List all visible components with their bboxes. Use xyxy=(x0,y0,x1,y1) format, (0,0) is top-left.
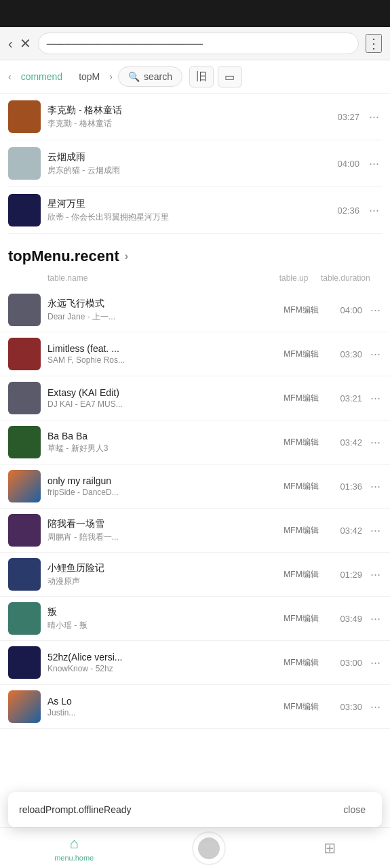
recent-more-button[interactable]: ··· xyxy=(369,391,382,406)
recent-artist: KnowKnow - 52hz xyxy=(47,664,267,673)
nav-tab-left-arrow[interactable]: ‹ xyxy=(8,71,12,82)
browser-back-button[interactable]: ‹ xyxy=(8,37,13,50)
recent-info: 小鲤鱼历险记 动漫原声 xyxy=(47,562,267,587)
recent-artist: 晴小瑶 - 叛 xyxy=(47,620,267,631)
song-item[interactable]: 星河万里 欣蒂 - 你会长出羽翼拥抱星河万里 02:36 ··· xyxy=(8,187,382,234)
recent-song-item[interactable]: 52hz(Alice versi... KnowKnow - 52hz MFM编… xyxy=(0,641,390,685)
song-thumbnail xyxy=(8,147,41,180)
recent-song-item[interactable]: 陪我看一场雪 周鹏宵 - 陪我看一... MFM编辑 03:42 ··· xyxy=(0,509,390,553)
bottom-nav: ⌂ menu.home ⊞ xyxy=(0,827,390,868)
search-label: search xyxy=(144,71,172,82)
nav-tabs: ‹ commend topM › 🔍 search 旧 ▭ xyxy=(0,60,390,94)
recent-song-item[interactable]: As Lo Justin... MFM编辑 03:30 ··· xyxy=(0,685,390,729)
recent-more-button[interactable]: ··· xyxy=(369,612,382,626)
nav-tab-topm[interactable]: topM xyxy=(72,67,106,86)
bottom-nav-center-icon xyxy=(198,837,220,859)
recent-duration: 03:42 xyxy=(335,437,362,448)
home-label: menu.home xyxy=(54,854,94,862)
song-title: 云烟成雨 xyxy=(47,151,330,163)
recent-song-item[interactable]: 永远飞行模式 Dear Jane - 上一... MFM编辑 04:00 ··· xyxy=(0,288,390,332)
toast-message: reloadPrompt.offlineReady xyxy=(19,804,331,815)
recent-info: Limitless (feat. ... SAM F, Sophie Ros..… xyxy=(47,343,267,365)
recent-song-list: 永远飞行模式 Dear Jane - 上一... MFM编辑 04:00 ···… xyxy=(0,288,390,729)
song-title: 李克勤 - 格林童话 xyxy=(47,104,330,117)
recent-uploader: MFM编辑 xyxy=(274,481,328,492)
recent-duration: 03:30 xyxy=(335,349,362,359)
recent-duration: 03:30 xyxy=(335,702,362,712)
recent-more-button[interactable]: ··· xyxy=(369,347,382,361)
view-buttons: 旧 ▭ xyxy=(189,66,242,87)
recent-song-item[interactable]: Limitless (feat. ... SAM F, Sophie Ros..… xyxy=(0,332,390,376)
view-btn-old[interactable]: 旧 xyxy=(189,66,214,87)
recent-song-item[interactable]: 叛 晴小瑶 - 叛 MFM编辑 03:49 ··· xyxy=(0,597,390,641)
song-more-button[interactable]: ··· xyxy=(366,203,382,218)
recent-more-button[interactable]: ··· xyxy=(369,303,382,317)
browser-chrome: ‹ ✕ ───────────────────────── ⋮ xyxy=(0,27,390,60)
recent-song-item[interactable]: Ba Ba Ba 草蜢 - 新好男人3 MFM编辑 03:42 ··· xyxy=(0,420,390,465)
recent-more-button[interactable]: ··· xyxy=(369,656,382,670)
browser-url-text: ───────────────────────── xyxy=(47,39,350,49)
recent-duration: 01:36 xyxy=(335,481,362,492)
recent-duration: 03:21 xyxy=(335,393,362,403)
browser-close-button[interactable]: ✕ xyxy=(20,37,31,50)
song-artist: 欣蒂 - 你会长出羽翼拥抱星河万里 xyxy=(47,212,330,223)
recent-thumbnail xyxy=(8,338,41,370)
recent-info: 52hz(Alice versi... KnowKnow - 52hz xyxy=(47,652,267,673)
recent-section-arrow[interactable]: › xyxy=(125,250,128,262)
recent-info: 永远飞行模式 Dear Jane - 上一... xyxy=(47,298,267,323)
recent-more-button[interactable]: ··· xyxy=(369,479,382,494)
recent-artist: 周鹏宵 - 陪我看一... xyxy=(47,532,267,543)
recent-duration: 01:29 xyxy=(335,570,362,580)
song-more-button[interactable]: ··· xyxy=(366,110,382,124)
recent-title: 陪我看一场雪 xyxy=(47,518,267,530)
nav-tab-right-arrow[interactable]: › xyxy=(109,71,113,82)
recent-song-item[interactable]: only my railgun fripSide - DanceD... MFM… xyxy=(0,465,390,509)
recent-artist: fripSide - DanceD... xyxy=(47,488,267,497)
search-icon: 🔍 xyxy=(128,71,140,82)
recent-duration: 03:00 xyxy=(335,658,362,668)
song-item[interactable]: 李克勤 - 格林童话 李克勤 - 格林童话 03:27 ··· xyxy=(8,94,382,140)
recent-title: As Lo xyxy=(47,696,267,707)
recent-song-item[interactable]: 小鲤鱼历险记 动漫原声 MFM编辑 01:29 ··· xyxy=(0,553,390,597)
search-button[interactable]: 🔍 search xyxy=(118,66,182,87)
recent-more-button[interactable]: ··· xyxy=(369,568,382,582)
recent-uploader: MFM编辑 xyxy=(274,437,328,448)
song-artist: 李克勤 - 格林童话 xyxy=(47,118,330,130)
recent-song-item[interactable]: Extasy (KAI Edit) DJ KAI - EA7 MUS... MF… xyxy=(0,376,390,420)
toast-close-button[interactable]: close xyxy=(338,802,371,818)
recent-info: 陪我看一场雪 周鹏宵 - 陪我看一... xyxy=(47,518,267,543)
recent-more-button[interactable]: ··· xyxy=(369,524,382,538)
song-info: 星河万里 欣蒂 - 你会长出羽翼拥抱星河万里 xyxy=(47,198,330,223)
recent-thumbnail xyxy=(8,602,41,635)
nav-tab-commend[interactable]: commend xyxy=(14,67,69,86)
recent-uploader: MFM编辑 xyxy=(274,569,328,580)
table-col-up: table.up xyxy=(267,273,321,283)
song-duration: 03:27 xyxy=(337,112,359,122)
song-thumbnail xyxy=(8,194,41,226)
song-more-button[interactable]: ··· xyxy=(366,157,382,171)
recent-thumbnail xyxy=(8,690,41,723)
grid-icon: ⊞ xyxy=(324,840,336,857)
table-col-name: table.name xyxy=(47,273,267,283)
recent-duration: 03:42 xyxy=(335,526,362,536)
view-btn-screen[interactable]: ▭ xyxy=(218,66,242,87)
recent-info: As Lo Justin... xyxy=(47,696,267,717)
bottom-nav-right[interactable]: ⊞ xyxy=(313,835,347,861)
recent-uploader: MFM编辑 xyxy=(274,701,328,713)
recent-title: Extasy (KAI Edit) xyxy=(47,387,267,398)
recent-title: only my railgun xyxy=(47,475,267,486)
recent-more-button[interactable]: ··· xyxy=(369,435,382,450)
recent-thumbnail xyxy=(8,514,41,547)
recent-info: only my railgun fripSide - DanceD... xyxy=(47,475,267,497)
bottom-nav-center-button[interactable] xyxy=(192,831,226,865)
browser-more-button[interactable]: ⋮ xyxy=(366,34,382,53)
song-title: 星河万里 xyxy=(47,198,330,210)
recent-title: 叛 xyxy=(47,606,267,618)
status-bar xyxy=(0,0,390,27)
recent-uploader: MFM编辑 xyxy=(274,304,328,316)
browser-url-bar[interactable]: ───────────────────────── xyxy=(38,33,359,54)
recent-more-button[interactable]: ··· xyxy=(369,700,382,714)
recent-artist: SAM F, Sophie Ros... xyxy=(47,355,267,365)
bottom-nav-home[interactable]: ⌂ menu.home xyxy=(43,831,104,866)
song-item[interactable]: 云烟成雨 房东的猫 - 云烟成雨 04:00 ··· xyxy=(8,140,382,187)
